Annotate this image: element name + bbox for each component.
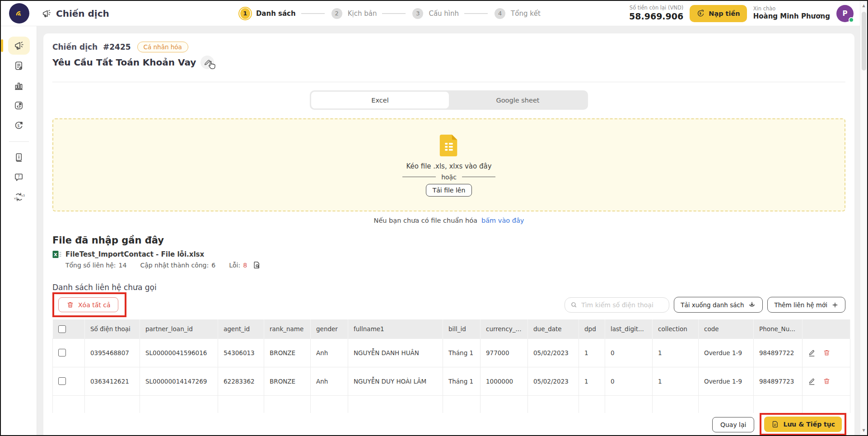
stat-label: Lỗi: <box>229 262 240 269</box>
svg-text:?: ? <box>18 174 20 179</box>
contact-list-toolbar: Xóa tất cả Tải xuống danh sách <box>52 292 845 317</box>
row-actions-cell <box>803 338 850 367</box>
step-cau-hinh[interactable]: 3 Cấu hình <box>411 7 459 20</box>
column-header: rank_name <box>264 319 311 338</box>
sidebar-item-integration[interactable] <box>8 96 30 114</box>
save-continue-button[interactable]: Lưu & Tiếp tục <box>764 417 842 432</box>
speech-signal-icon <box>13 8 25 19</box>
table-row: 0363412621SL0000001414726962283362BRONZE… <box>53 367 850 395</box>
sidebar-item-transactions[interactable]: $ <box>8 116 30 134</box>
table-cell: 0 <box>605 367 653 395</box>
column-header: partner_loan_id <box>140 319 218 338</box>
delete-all-label: Xóa tất cả <box>78 301 110 309</box>
phone-search-input[interactable] <box>581 301 663 309</box>
recent-file-item: X FileTest_ImportContact - File lỗi.xlsx <box>52 250 845 259</box>
sidebar-nav: $ ? v3 v2 <box>1 26 37 435</box>
step-kich-ban[interactable]: 2 Kịch bản <box>330 7 377 20</box>
annotation-highlight-save: Lưu & Tiếp tục <box>760 413 846 436</box>
step-label: Danh sách <box>256 9 296 18</box>
template-hint-link[interactable]: bấm vào đây <box>481 217 524 224</box>
sidebar-item-version-switch[interactable]: v3 v2 <box>8 188 30 206</box>
edit-campaign-name-button[interactable] <box>201 56 214 69</box>
file-dropzone[interactable]: Kéo file .xls, xlxs vào đây hoặc Tải fil… <box>52 118 845 211</box>
sidebar-item-support[interactable]: ? <box>8 168 30 186</box>
step-tong-ket[interactable]: 4 Tổng kết <box>493 7 541 20</box>
select-all-checkbox[interactable] <box>58 325 66 333</box>
stat-label: Cập nhật thành công: <box>140 262 209 269</box>
error-count: 8 <box>243 262 247 269</box>
campaign-id: #2425 <box>103 42 131 52</box>
mouse-hand-cursor <box>207 60 217 71</box>
page-title: Chiến dịch <box>42 8 109 19</box>
sidebar-item-scripts[interactable] <box>8 56 30 75</box>
back-button[interactable]: Quay lại <box>712 417 755 432</box>
sidebar-item-campaigns[interactable] <box>8 37 30 55</box>
scrollbar-down-arrow[interactable]: ▼ <box>862 426 865 435</box>
row-checkbox[interactable] <box>58 349 66 356</box>
table-cell: 1 <box>579 338 605 367</box>
column-header: collection <box>653 319 699 338</box>
step-number: 3 <box>412 8 423 19</box>
recent-file-name: FileTest_ImportContact - File lỗi.xlsx <box>65 250 204 258</box>
table-cell <box>140 395 218 413</box>
row-actions-cell <box>803 367 850 395</box>
add-contact-button[interactable]: Thêm liên hệ mới <box>767 297 845 313</box>
row-checkbox[interactable] <box>58 377 66 385</box>
table-cell <box>53 395 85 413</box>
table-cell: 984897723 <box>754 367 803 395</box>
table-cell <box>754 395 803 413</box>
tab-excel[interactable]: Excel <box>311 92 449 108</box>
scrollbar-up-arrow[interactable]: ▲ <box>862 1 865 10</box>
table-cell: SL00000041596016 <box>140 338 218 367</box>
table-cell <box>653 395 699 413</box>
column-header: due_date <box>528 319 579 338</box>
table-cell: BRONZE <box>264 367 311 395</box>
row-edit-button[interactable] <box>808 349 816 357</box>
save-file-icon <box>771 420 779 428</box>
personalization-badge: Cá nhân hóa <box>137 42 188 52</box>
table-cell: Overdue 1-9 <box>699 338 754 367</box>
tab-google-sheet[interactable]: Google sheet <box>449 92 587 108</box>
svg-text:$: $ <box>17 123 19 127</box>
step-connector <box>382 13 406 14</box>
user-avatar[interactable]: P <box>836 5 854 22</box>
download-list-button[interactable]: Tải xuống danh sách <box>674 297 763 313</box>
spreadsheet-file-icon <box>439 134 459 157</box>
row-delete-button[interactable] <box>823 349 831 356</box>
table-cell: 1000000 <box>481 367 528 395</box>
campaign-heading: Chiến dịch #2425 <box>52 42 131 52</box>
view-error-file-button[interactable] <box>252 261 261 269</box>
campaign-heading-text: Chiến dịch <box>52 42 98 52</box>
table-cell <box>481 395 528 413</box>
topup-label: Nạp tiền <box>709 10 740 17</box>
scrollbar-thumb[interactable] <box>862 12 866 70</box>
recent-files-heading: File đã nhập gần đây <box>52 235 845 246</box>
balance-value: 58.969.906 <box>629 11 683 22</box>
brand-logo[interactable] <box>9 3 29 23</box>
sidebar-item-guide[interactable] <box>8 148 30 166</box>
guide-book-icon <box>14 152 24 163</box>
version-switch-icon: v3 v2 <box>13 191 25 203</box>
table-cell: Anh <box>311 367 348 395</box>
download-icon <box>748 301 756 309</box>
delete-all-button[interactable]: Xóa tất cả <box>58 297 118 312</box>
column-header: code <box>699 319 754 338</box>
step-label: Tổng kết <box>511 9 541 18</box>
wizard-stepper: 1 Danh sách 2 Kịch bản 3 Cấu hình 4 Tổng… <box>150 7 629 20</box>
column-header: agent_id <box>218 319 264 338</box>
select-all-header <box>53 319 85 338</box>
upload-file-button[interactable]: Tải file lên <box>426 184 472 197</box>
table-row: 0395468807SL0000004159601654306013BRONZE… <box>53 338 850 367</box>
annotation-highlight-delete: Xóa tất cả <box>52 292 126 317</box>
trash-icon <box>823 377 831 385</box>
row-edit-button[interactable] <box>808 377 816 385</box>
step-danh-sach[interactable]: 1 Danh sách <box>238 7 296 20</box>
topup-button[interactable]: $ Nạp tiền <box>690 5 747 22</box>
column-header: Phone_Nu... <box>754 319 803 338</box>
table-cell: Tháng 1 <box>443 338 481 367</box>
money-circulation-icon: $ <box>14 120 24 131</box>
sidebar-item-reports[interactable] <box>8 76 30 94</box>
megaphone-icon <box>42 9 51 19</box>
main-area: Chiến dịch #2425 Cá nhân hóa Yêu Cầu Tất… <box>37 26 860 435</box>
row-delete-button[interactable] <box>823 377 831 385</box>
